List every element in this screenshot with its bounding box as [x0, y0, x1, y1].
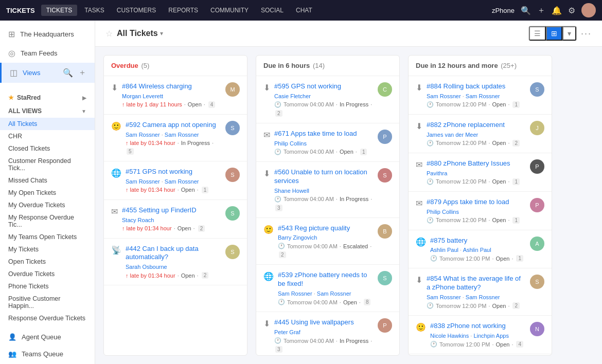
- agent1-560[interactable]: Shane Howell: [274, 188, 309, 194]
- agent1-838[interactable]: Nicole Hawkins: [430, 333, 469, 339]
- nav-community[interactable]: SOCIAL: [256, 5, 289, 16]
- settings-icon[interactable]: ⚙: [568, 6, 575, 15]
- sidebar-agent-queue[interactable]: 👤 Agent Queue: [0, 329, 95, 345]
- agent1-442[interactable]: Sarah Osbourne: [126, 264, 167, 270]
- avatar-882: J: [530, 121, 544, 135]
- tag-539: 8: [364, 299, 371, 305]
- agent1-880[interactable]: Pavithra: [427, 170, 447, 176]
- sidebar-nav-overdue[interactable]: Overdue Tickets: [0, 268, 95, 280]
- ticket-agents-875: Ashlin Paul Ashlin Paul: [430, 247, 526, 253]
- nav-social[interactable]: CHAT: [291, 5, 317, 16]
- avatar-539: S: [378, 271, 392, 285]
- nav-tickets[interactable]: TICKETS: [41, 5, 78, 16]
- grid-view-btn[interactable]: ⊞: [546, 26, 562, 41]
- sidebar-item-views[interactable]: ◫ Views 🔍 ＋: [0, 63, 95, 83]
- add-icon[interactable]: ＋: [537, 5, 545, 16]
- sidebar-nav-response-overdue[interactable]: Response Overdue Tickets: [0, 312, 95, 324]
- ticket-card-455[interactable]: ✉ #455 Setting up FinderID Stacy Roach ↑…: [104, 200, 247, 239]
- clock-543: 🕐: [278, 243, 285, 249]
- sidebar-item-teamfeeds[interactable]: ◎ Team Feeds: [0, 44, 95, 63]
- agent2-838[interactable]: Linchpin Apps: [470, 333, 509, 339]
- ticket-meta-560: 🕐 Tomorrow 04:00 AM ·In Progress ·3: [274, 196, 374, 211]
- ticket-card-875[interactable]: 🌐 #875 battery Ashlin Paul Ashlin Paul 🕐…: [409, 230, 552, 269]
- agent2-592[interactable]: Sam Rossner: [162, 132, 199, 138]
- sidebar-nav-customer-responded[interactable]: Customer Responded Tick...: [0, 155, 95, 174]
- ticket-card-442[interactable]: 📡 #442 Can I back up data automatically?…: [104, 239, 247, 286]
- ticket-icon-882: ⬇: [416, 121, 422, 131]
- ticket-card-595[interactable]: ⬇ #595 GPS not working Casie Fletcher 🕐 …: [256, 76, 399, 123]
- sidebar-nav-my-teams-open[interactable]: My Teams Open Tickets: [0, 231, 95, 243]
- nav-customers[interactable]: REPORTS: [163, 5, 203, 16]
- ticket-meta-592: ↑ late by 01:34 hour ·In Progress ·5: [126, 140, 221, 155]
- sidebar-nav-my-tickets[interactable]: My Tickets: [0, 243, 95, 256]
- ticket-card-884[interactable]: ⬇ #884 Rolling back updates Sam Rossner …: [409, 76, 552, 115]
- notification-icon[interactable]: 🔔: [552, 6, 562, 15]
- agent1-884[interactable]: Sam Rossner: [427, 93, 461, 99]
- ticket-card-543[interactable]: 🙂 #543 Reg picture quality Barry Zingovi…: [256, 218, 399, 265]
- agent1-543[interactable]: Barry Zingovich: [278, 234, 317, 241]
- agent2-571[interactable]: Sam Rossner: [162, 178, 199, 185]
- ticket-card-854[interactable]: ⬇ #854 What is the average life of a zPh…: [409, 268, 552, 316]
- ticket-card-671[interactable]: ✉ #671 Apps take time to load Philip Col…: [256, 123, 399, 162]
- agent1-592[interactable]: Sam Rossner: [126, 132, 160, 138]
- ticket-card-592[interactable]: 🙂 #592 Camera app not opening Sam Rossne…: [104, 115, 247, 161]
- ticket-card-882[interactable]: ⬇ #882 zPhone replacement James van der …: [409, 115, 552, 153]
- sidebar-top-section: ⊞ The Headquarters ◎ Team Feeds ◫ Views …: [0, 21, 95, 87]
- agent1-879[interactable]: Philip Collins: [427, 209, 459, 215]
- sidebar-starred[interactable]: ★ StaRred ▶: [0, 91, 95, 104]
- agent1-882[interactable]: James van der Meer: [427, 132, 478, 138]
- agent1-854[interactable]: Sam Rossner: [427, 294, 461, 300]
- sidebar-nav-chr[interactable]: CHR: [0, 130, 95, 142]
- page-title[interactable]: All Tickets: [117, 29, 158, 38]
- app-name[interactable]: zPhone: [492, 7, 515, 14]
- sidebar-nav-positive[interactable]: Positive Customer Happin...: [0, 293, 95, 312]
- ticket-card-879[interactable]: ✉ #879 Apps take time to load Philip Col…: [409, 192, 552, 230]
- sidebar-teams-queue[interactable]: 👥 Teams Queue: [0, 345, 95, 362]
- all-views-arrow[interactable]: ▼: [81, 108, 86, 114]
- nav-tasks[interactable]: CUSTOMERS: [112, 5, 161, 16]
- agent2-884[interactable]: Sam Rossner: [463, 93, 500, 99]
- sidebar-nav-my-response-overdue[interactable]: My Response Overdue Tic...: [0, 211, 95, 231]
- ticket-card-864[interactable]: ⬇ #864 Wireless charging Morgan Leverett…: [104, 76, 247, 115]
- agent1-445[interactable]: Peter Graf: [274, 329, 300, 335]
- ticket-icon-455: ✉: [111, 207, 118, 216]
- agent2-539[interactable]: Sam Rossner: [314, 290, 351, 297]
- ticket-card-571[interactable]: 🌐 #571 GPS not working Sam Rossner Sam R…: [104, 161, 247, 200]
- agent2-875[interactable]: Ashlin Paul: [460, 247, 491, 253]
- sidebar-nav-closed-tickets[interactable]: Closed Tickets: [0, 142, 95, 155]
- nav-kb[interactable]: TASKS: [79, 5, 109, 16]
- search-icon[interactable]: 🔍: [521, 6, 531, 15]
- agent1-875[interactable]: Ashlin Paul: [430, 247, 458, 253]
- agent2-854[interactable]: Sam Rossner: [463, 294, 500, 300]
- time-671: Tomorrow 04:00 AM: [284, 149, 334, 155]
- list-view-btn[interactable]: ☰: [529, 26, 546, 41]
- sidebar-nav-missed-chats[interactable]: Missed Chats: [0, 174, 95, 187]
- agent1-864[interactable]: Morgan Leverett: [122, 93, 163, 99]
- title-dropdown-arrow[interactable]: ▾: [160, 30, 163, 37]
- ticket-meta-571: ↑ late by 01:34 hour ·Open ·1: [126, 187, 221, 193]
- sidebar-item-headquarters[interactable]: ⊞ The Headquarters: [0, 25, 95, 44]
- add-view-icon[interactable]: ＋: [78, 67, 86, 78]
- sidebar-nav-my-overdue[interactable]: My Overdue Tickets: [0, 199, 95, 211]
- agent1-539[interactable]: Sam Rossner: [278, 290, 312, 297]
- ticket-card-560[interactable]: ⬇ #560 Unable to turn on location servic…: [256, 162, 399, 218]
- nav-reports[interactable]: COMMUNITY: [205, 5, 254, 16]
- ticket-icon-595: ⬇: [263, 83, 270, 93]
- more-options-btn[interactable]: ···: [581, 28, 592, 39]
- ticket-card-838[interactable]: 🙂 #838 zPhone not working Nicole Hawkins…: [409, 316, 552, 354]
- agent1-455[interactable]: Stacy Roach: [122, 217, 154, 223]
- agent1-671[interactable]: Philip Collins: [274, 140, 307, 147]
- ticket-card-880[interactable]: ✉ #880 zPhone Battery Issues Pavithra 🕐 …: [409, 153, 552, 192]
- sidebar-nav-all-tickets[interactable]: All Tickets: [0, 118, 95, 130]
- sidebar-nav-open[interactable]: Open Tickets: [0, 256, 95, 268]
- sidebar-nav-my-open[interactable]: My Open Tickets: [0, 187, 95, 199]
- ticket-card-445[interactable]: ⬇ #445 Using live wallpapers Peter Graf …: [256, 312, 399, 355]
- sidebar-nav-phone[interactable]: Phone Tickets: [0, 280, 95, 293]
- user-avatar[interactable]: [581, 3, 596, 17]
- agent1-571[interactable]: Sam Rossner: [126, 178, 160, 185]
- search-views-icon[interactable]: 🔍: [63, 68, 73, 78]
- view-toggle-dropdown[interactable]: ▾: [562, 26, 576, 41]
- agent1-595[interactable]: Casie Fletcher: [274, 93, 311, 99]
- title-star-icon[interactable]: ☆: [105, 29, 113, 39]
- ticket-card-539[interactable]: 🌐 #539 zPhone battery needs to be fixed!…: [256, 265, 399, 312]
